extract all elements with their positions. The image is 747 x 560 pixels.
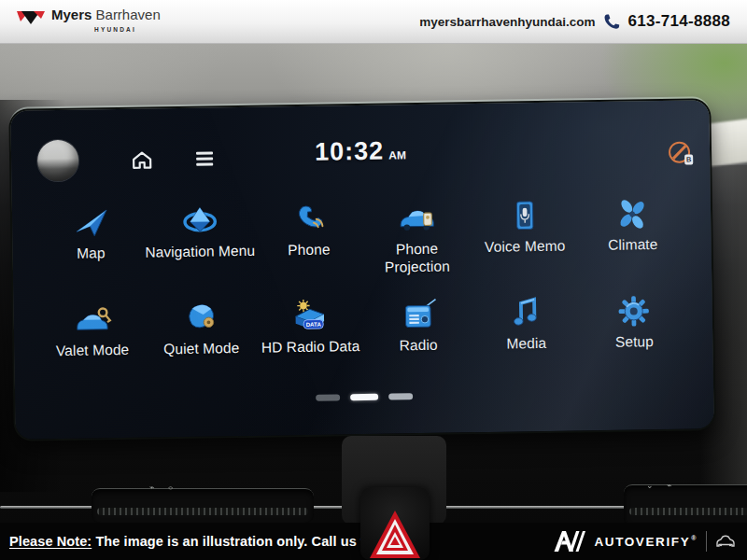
vent-control-glyphs-left: ⌁ ⌔ — [149, 483, 178, 493]
phone-icon — [603, 13, 621, 31]
app-radio[interactable]: Radio — [364, 296, 473, 391]
phone-projection-icon — [395, 200, 439, 236]
infotainment-screen: 10:32AM B Map Navigatio — [10, 100, 713, 440]
myers-logo-icon — [17, 10, 45, 26]
air-vent-right — [624, 484, 747, 523]
status-badge: B — [684, 154, 693, 164]
page-dot-1[interactable] — [316, 394, 340, 400]
dealer-website: myersbarrhavenhyundai.com — [419, 15, 595, 29]
air-vent-left — [92, 488, 314, 523]
app-phone-projection[interactable]: Phone Projection — [362, 199, 472, 294]
dealer-brand: HYUNDAI — [94, 22, 161, 36]
page-dot-3[interactable] — [388, 393, 413, 399]
map-icon — [69, 204, 113, 241]
hazard-triangle-icon — [368, 508, 422, 560]
autoverify-av-icon — [554, 530, 585, 553]
climate-icon — [611, 196, 655, 232]
autoverify-logo: AUTOVERIFY® — [554, 530, 736, 553]
setup-icon — [613, 293, 656, 329]
app-map[interactable]: Map — [36, 204, 146, 300]
navigation-menu-icon — [177, 203, 221, 239]
clock-time: 10:32 — [315, 137, 385, 166]
hazard-button — [360, 487, 430, 560]
voice-memo-icon — [502, 198, 546, 234]
clock-meridiem: AM — [388, 148, 406, 161]
media-icon — [504, 295, 548, 331]
app-climate[interactable]: Climate — [578, 196, 687, 291]
app-quiet-mode[interactable]: Quiet Mode — [146, 300, 257, 395]
app-hd-radio-data[interactable]: DATA HD Radio Data — [256, 298, 365, 393]
app-navigation-menu[interactable]: Navigation Menu — [144, 203, 255, 298]
car-interior-photo: 10:32AM B Map Navigatio — [0, 44, 747, 523]
dealer-name: Myers Barrhaven — [51, 7, 161, 21]
dealer-phone: 613-714-8888 — [628, 12, 730, 31]
dealer-logo: Myers Barrhaven HYUNDAI — [17, 7, 161, 36]
app-grid: Map Navigation Menu Phone — [36, 196, 689, 397]
car-icon — [715, 535, 736, 549]
valet-mode-icon — [70, 301, 114, 338]
app-valet-mode[interactable]: Valet Mode — [38, 301, 148, 397]
app-phone[interactable]: Phone — [254, 201, 363, 296]
app-media[interactable]: Media — [472, 294, 581, 389]
footer-divider — [706, 531, 707, 552]
bluetooth-disabled-icon: B — [669, 141, 691, 163]
quiet-mode-icon — [179, 300, 223, 336]
autoverify-wordmark: AUTOVERIFY® — [594, 535, 698, 549]
vent-control-glyphs-right: ⌄ ⌁ — [646, 481, 677, 490]
phone-app-icon — [287, 202, 331, 238]
app-setup[interactable]: Setup — [580, 293, 689, 388]
clock: 10:32AM — [11, 132, 710, 172]
svg-text:DATA: DATA — [306, 321, 322, 328]
page-dot-2-active[interactable] — [350, 394, 378, 400]
app-voice-memo[interactable]: Voice Memo — [471, 197, 580, 292]
radio-icon — [396, 297, 440, 333]
hd-radio-data-icon: DATA — [289, 299, 332, 335]
dealer-banner: Myers Barrhaven HYUNDAI myersbarrhavenhy… — [0, 0, 747, 44]
